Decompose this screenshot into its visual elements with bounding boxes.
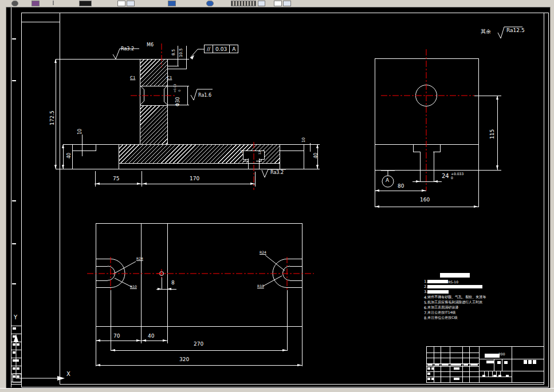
note-item: 2. (424, 284, 482, 289)
toolbar-icon-6[interactable] (168, 1, 176, 6)
dim-label: Ra3.2 (270, 171, 284, 175)
dim-label: 10.5 (179, 48, 183, 57)
dim-label: 70 (113, 334, 120, 339)
note-item: 7.未注公差按IT14级 (424, 310, 455, 315)
dim-label: 0 (178, 90, 181, 92)
dim-label: 8 (171, 280, 175, 286)
dim-label: 75 (113, 176, 119, 181)
status-bar-edge (0, 388, 554, 392)
note-text-block (427, 290, 449, 294)
dim-label: 10 (78, 129, 82, 134)
note-text: 铸件不得有砂眼、气孔、裂纹、夹渣等 (427, 295, 486, 300)
dim-label: 0 (451, 176, 453, 180)
drawing-canvas[interactable]: // 0.03 A Ra3.2M68.510.5C1C1Φ30+0.030Ra1… (0, 0, 554, 392)
dim-label: R24 (136, 257, 143, 260)
notes-title-block (440, 273, 470, 278)
toolbar-icon-9[interactable] (258, 1, 265, 6)
dim-label: 24 (442, 173, 449, 179)
note-item: 8.未注形位公差按C级 (424, 315, 457, 320)
dim-label: C1 (167, 76, 172, 80)
dim-label: R24 (260, 251, 266, 254)
toolbar-icon-1[interactable] (11, 1, 18, 6)
toolbar-separator (53, 1, 54, 5)
dim-label: Y (14, 315, 17, 320)
dim-label: 320 (179, 357, 189, 362)
feature-control-frame: // 0.03 A (204, 45, 238, 53)
application-window: // 0.03 A Ra3.2M68.510.5C1C1Φ30+0.030Ra1… (0, 0, 554, 392)
note-item: 5.机加工后应将毛刺清除进行人工时效 (424, 300, 482, 305)
note-text: RS-10 (448, 280, 458, 284)
ucs-axes (16, 342, 57, 378)
toolbar (0, 0, 554, 7)
dim-label: C1 (130, 76, 135, 80)
dim-label: +0.03 (174, 84, 176, 93)
fcf-symbol: // (204, 45, 213, 53)
note-item: 4.铸件不得有砂眼、气孔、裂纹、夹渣等 (424, 295, 486, 300)
toolbar-icon-11[interactable] (283, 1, 291, 6)
dim-label: 270 (194, 342, 203, 347)
curves-layer (0, 0, 554, 392)
toolbar-icon-2[interactable] (32, 1, 40, 6)
ucs-y-arrowhead (14, 334, 18, 342)
note-text: 未注公差按IT14级 (427, 310, 455, 315)
dim-label: 12 (258, 151, 261, 155)
dim-label: R10 (130, 285, 137, 288)
datum-a-flag (381, 171, 395, 176)
fcf-datum: A (230, 45, 238, 53)
note-item: 3. (424, 290, 449, 294)
toolbar-icon-10[interactable] (274, 1, 282, 6)
dim-label: 40 (148, 334, 154, 339)
dim-label: 115 (490, 129, 495, 139)
window-left-edge (0, 7, 6, 388)
leader-r24-right (265, 255, 285, 271)
toolbar-icon-5[interactable] (127, 1, 135, 6)
dim-label: 8.5 (172, 49, 176, 56)
dim-label: 160 (420, 197, 430, 203)
leader-r24-left (113, 262, 136, 274)
note-text: 机加工后应将毛刺清除进行人工时效 (427, 300, 482, 305)
dim-label: 10 (302, 137, 306, 142)
fcf-value: 0.03 (213, 45, 230, 53)
toolbar-icon-4[interactable] (117, 1, 125, 6)
dim-label: X (66, 371, 70, 377)
dim-label: 40 (67, 153, 72, 159)
dim-label: 40 (314, 153, 319, 159)
dim-label: 25 (240, 150, 243, 153)
dim-label: Ra1.6 (198, 93, 211, 98)
dim-label: Φ30 (176, 97, 180, 106)
note-text: 未加工表面清砂涂漆 (427, 305, 458, 310)
window-right-edge (550, 7, 554, 388)
note-text-block (427, 280, 448, 283)
note-text-block (427, 285, 482, 288)
note-item: 1.RS-10 (424, 279, 458, 284)
dim-label: 172.5 (50, 110, 55, 125)
ucs-x-arrowhead (57, 376, 65, 381)
dim-label: M6 (147, 43, 154, 47)
leader-r10-right (263, 276, 282, 286)
dim-label: Ra3.2 (121, 47, 134, 52)
toolbar-icon-8[interactable] (231, 1, 256, 6)
note-text: 未注形位公差按C级 (427, 315, 457, 320)
note-item: 6.未加工表面清砂涂漆 (424, 305, 458, 310)
dim-label: 170 (190, 176, 199, 181)
toolbar-icon-7[interactable] (206, 1, 214, 6)
toolbar-icon-3[interactable] (79, 1, 92, 6)
dim-label: 80 (398, 184, 404, 189)
dim-label: A (386, 178, 389, 183)
dim-label: 其余 (481, 29, 491, 34)
title-block (426, 346, 544, 383)
dim-label: Ra12.5 (506, 28, 525, 33)
dim-label: R10 (257, 284, 264, 288)
